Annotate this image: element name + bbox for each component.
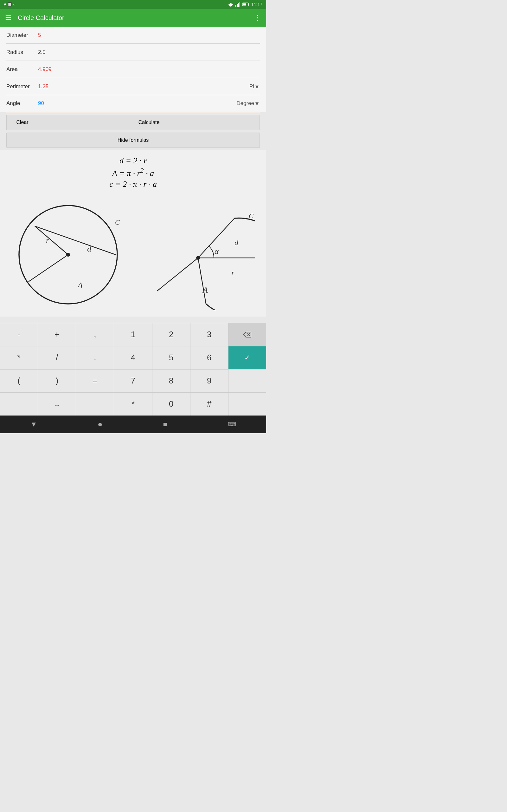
perimeter-label: Perimeter (6, 84, 38, 90)
svg-text:α: α (215, 247, 219, 255)
clear-button[interactable]: Clear (7, 115, 38, 130)
svg-marker-0 (228, 3, 233, 7)
key-8[interactable]: 8 (153, 369, 190, 392)
svg-rect-4 (239, 2, 240, 7)
svg-rect-3 (238, 3, 239, 7)
diameter-label: Diameter (6, 32, 38, 38)
key-plus[interactable]: + (38, 323, 76, 346)
keyboard-row-3: ( ) = 7 8 9 (0, 369, 266, 392)
keyboard-row-2: * / . 4 5 6 ✓ (0, 346, 266, 369)
nav-back-icon[interactable]: ▼ (30, 420, 37, 428)
key-divide[interactable]: / (38, 346, 76, 369)
key-empty-4 (228, 393, 266, 415)
svg-text:C: C (249, 212, 253, 220)
status-bar-left: A 🔲 ○ (4, 2, 15, 7)
wifi-icon (228, 2, 233, 7)
angle-dropdown[interactable]: ▾ (254, 98, 260, 108)
sector-diagram: α d r C A (141, 196, 255, 310)
angle-label: Angle (6, 100, 38, 107)
key-close-paren[interactable]: ) (38, 369, 76, 392)
input-section: Diameter Radius Area Perimeter Pi ▾ Angl… (0, 27, 266, 112)
key-enter[interactable]: ✓ (228, 346, 266, 369)
nav-recent-icon[interactable]: ■ (163, 420, 167, 428)
radius-input[interactable] (38, 49, 260, 55)
navigation-bar: ▼ ● ■ ⌨ (0, 415, 266, 433)
menu-icon[interactable]: ☰ (5, 14, 11, 22)
angle-row: Angle Degree ▾ (6, 95, 260, 112)
angle-suffix: Degree (236, 100, 254, 107)
calculate-button[interactable]: Calculate (38, 115, 260, 130)
key-multiply[interactable]: * (0, 346, 38, 369)
keyboard-section: - + , 1 2 3 * / . 4 5 6 ✓ ( ) = 7 8 9 (0, 323, 266, 415)
key-1[interactable]: 1 (114, 323, 152, 346)
key-hash[interactable]: # (190, 393, 228, 415)
perimeter-row: Perimeter Pi ▾ (6, 78, 260, 95)
key-open-paren[interactable]: ( (0, 369, 38, 392)
formula-line-2: A = π · r2 · a (6, 167, 260, 178)
formula-section: d = 2 · r A = π · r2 · a c = 2 · π · r ·… (0, 150, 266, 193)
area-row: Area (6, 61, 260, 78)
key-empty-2 (0, 393, 38, 415)
toolbar: ☰ Circle Calculator ⋮ (0, 9, 266, 27)
key-minus[interactable]: - (0, 323, 38, 346)
svg-text:r: r (231, 269, 234, 277)
app-title: Circle Calculator (18, 14, 248, 21)
svg-rect-1 (235, 5, 236, 7)
app-icons: A 🔲 ○ (4, 2, 15, 7)
perimeter-dropdown[interactable]: ▾ (254, 82, 260, 92)
area-label: Area (6, 66, 38, 72)
svg-text:d: d (87, 244, 92, 253)
signal-icon (235, 2, 240, 7)
diagrams-section: r d C A α d r C A (0, 193, 266, 316)
svg-text:C: C (115, 218, 120, 226)
key-star[interactable]: * (114, 393, 152, 415)
more-options-icon[interactable]: ⋮ (254, 14, 261, 22)
perimeter-input[interactable] (38, 84, 249, 90)
key-dot[interactable]: . (76, 346, 114, 369)
radius-label: Radius (6, 49, 38, 55)
diameter-input[interactable] (38, 32, 260, 38)
svg-text:d: d (234, 239, 239, 247)
svg-rect-6 (248, 4, 249, 5)
time-display: 11:17 (251, 2, 262, 7)
full-circle-diagram: r d C A (11, 196, 125, 310)
svg-text:r: r (46, 236, 49, 245)
key-3[interactable]: 3 (190, 323, 228, 346)
nav-keyboard-icon[interactable]: ⌨ (228, 421, 236, 428)
diameter-row: Diameter (6, 27, 260, 44)
keyboard-row-4: ⎵ * 0 # (0, 392, 266, 415)
status-bar-right: 11:17 (228, 2, 262, 7)
nav-home-icon[interactable]: ● (98, 419, 103, 429)
svg-rect-2 (237, 4, 238, 7)
svg-text:A: A (77, 281, 83, 290)
key-7[interactable]: 7 (114, 369, 152, 392)
key-empty-1 (228, 369, 266, 392)
key-4[interactable]: 4 (114, 346, 152, 369)
key-equals[interactable]: = (76, 369, 114, 392)
perimeter-suffix: Pi (249, 84, 254, 90)
key-9[interactable]: 9 (190, 369, 228, 392)
svg-line-21 (198, 258, 206, 304)
key-2[interactable]: 2 (153, 323, 190, 346)
radius-row: Radius (6, 44, 260, 61)
key-space[interactable]: ⎵ (38, 393, 76, 415)
key-5[interactable]: 5 (153, 346, 190, 369)
status-bar: A 🔲 ○ 11:17 (0, 0, 266, 9)
hide-formulas-button[interactable]: Hide formulas (6, 133, 260, 148)
svg-line-20 (157, 258, 198, 291)
action-buttons: Clear Calculate (6, 115, 260, 130)
key-0[interactable]: 0 (153, 393, 190, 415)
key-empty-3 (76, 393, 114, 415)
formula-line-3: c = 2 · π · r · a (6, 180, 260, 189)
battery-icon (242, 3, 249, 6)
keyboard-row-1: - + , 1 2 3 (0, 323, 266, 346)
angle-input[interactable] (38, 100, 236, 107)
svg-text:A: A (202, 286, 208, 295)
key-comma[interactable]: , (76, 323, 114, 346)
svg-rect-7 (243, 3, 246, 6)
key-6[interactable]: 6 (190, 346, 228, 369)
key-backspace[interactable] (228, 323, 266, 346)
area-input[interactable] (38, 66, 260, 72)
formula-line-1: d = 2 · r (6, 156, 260, 165)
